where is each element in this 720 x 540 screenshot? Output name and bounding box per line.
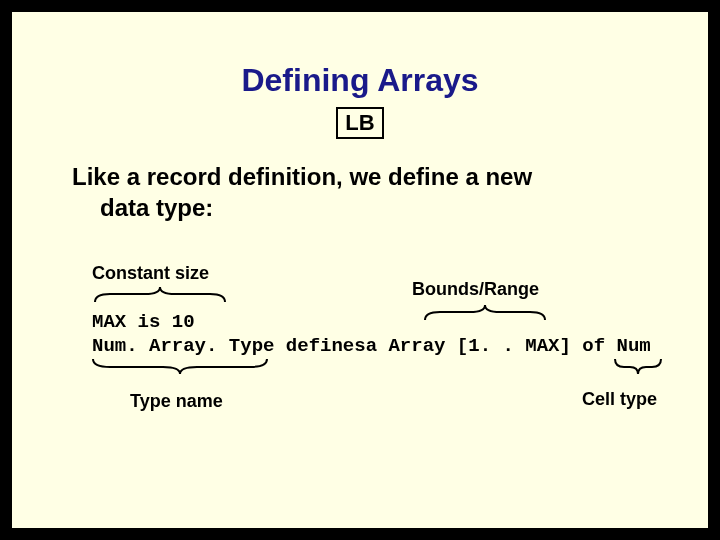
- lb-badge: LB: [336, 107, 384, 139]
- code-line-1: MAX is 10: [92, 311, 195, 333]
- slide: Defining Arrays LB Like a record definit…: [12, 12, 708, 528]
- cell-type-label: Cell type: [582, 389, 657, 410]
- diagram: Constant size Bounds/Range MAX is 10 Num…: [82, 263, 638, 453]
- type-name-label: Type name: [130, 391, 223, 412]
- constant-size-label: Constant size: [92, 263, 209, 284]
- body-line-2: data type:: [72, 192, 648, 223]
- brace-bounds-range: [420, 303, 550, 325]
- brace-type-name: [88, 357, 272, 379]
- brace-cell-type: [610, 357, 666, 379]
- body-text: Like a record definition, we define a ne…: [72, 161, 648, 223]
- brace-constant-size: [90, 285, 230, 307]
- code-line-2: Num. Array. Type definesa Array [1. . MA…: [92, 335, 651, 357]
- bounds-range-label: Bounds/Range: [412, 279, 539, 300]
- slide-title: Defining Arrays: [52, 62, 668, 99]
- body-line-1: Like a record definition, we define a ne…: [72, 163, 532, 190]
